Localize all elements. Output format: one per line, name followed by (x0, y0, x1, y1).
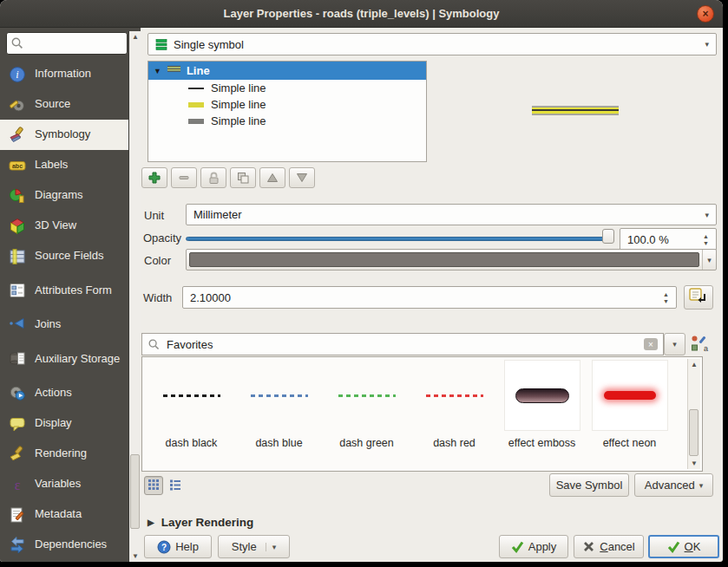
dependencies-icon (8, 537, 27, 554)
gallery-scrollbar[interactable]: ▲ ▼ (687, 359, 700, 469)
sidebar-item-information[interactable]: i Information (0, 59, 128, 89)
sidebar-item-label: Dependencies (35, 538, 107, 551)
sidebar-item-attributes-form[interactable]: Attributes Form (0, 271, 128, 310)
arrow-up-icon (266, 171, 279, 185)
spin-down-icon[interactable]: ▼ (703, 240, 709, 246)
scroll-down-icon[interactable]: ▼ (129, 551, 141, 562)
spin-up-icon[interactable]: ▲ (703, 233, 709, 239)
tree-item-simple-line-1[interactable]: Simple line (148, 80, 426, 96)
advanced-button[interactable]: Advanced ▾ (634, 473, 713, 497)
sidebar-item-display[interactable]: Display (0, 408, 128, 439)
sidebar-search-input[interactable] (6, 32, 128, 55)
scroll-up-icon[interactable]: ▲ (688, 359, 700, 370)
gallery-scrollbar-thumb[interactable] (689, 409, 698, 456)
symbol-filter-box[interactable]: Favorites × (141, 333, 664, 355)
simple-line-icon (188, 88, 204, 89)
symbol-tile-label: effect neon (603, 437, 657, 449)
spin-down-icon[interactable]: ▼ (663, 298, 669, 304)
search-icon (10, 36, 24, 50)
attributes-form-icon (8, 282, 27, 299)
tree-expand-icon[interactable]: ▼ (154, 67, 161, 75)
tree-item-simple-line-3[interactable]: Simple line (148, 113, 426, 129)
opacity-slider[interactable] (186, 237, 613, 241)
tree-item-label: Simple line (211, 114, 266, 127)
symbol-filter-dropdown-button[interactable]: ▾ (664, 333, 685, 355)
dash-symbol-preview (251, 394, 308, 397)
close-button[interactable]: × (697, 5, 714, 23)
sidebar-item-label: Information (35, 68, 91, 81)
width-spinbox[interactable]: 2.10000 ▲ ▼ (182, 286, 677, 309)
list-view-button[interactable] (166, 476, 185, 495)
opacity-slider-handle[interactable] (602, 229, 614, 244)
sidebar-item-3d-view[interactable]: 3D View (0, 211, 128, 241)
tree-item-simple-line-2[interactable]: Simple line (148, 96, 426, 113)
clear-filter-icon[interactable]: × (644, 338, 658, 350)
help-button[interactable]: ? Help (144, 535, 212, 558)
sidebar-item-variables[interactable]: ε Variables (0, 469, 128, 499)
symbol-tile-effect-emboss[interactable]: effect emboss (498, 361, 586, 458)
sidebar-item-source-fields[interactable]: Source Fields (0, 241, 128, 271)
minus-icon (177, 171, 191, 185)
sidebar-item-metadata[interactable]: Metadata (0, 499, 128, 530)
titlebar[interactable]: Layer Properties - roads (triple_levels)… (0, 0, 723, 28)
sidebar-item-joins[interactable]: Joins (0, 310, 128, 340)
diagrams-icon (8, 187, 27, 205)
move-down-button[interactable] (289, 167, 315, 188)
spin-up-icon[interactable]: ▲ (663, 291, 669, 297)
symbol-tile-label: effect emboss (508, 437, 576, 449)
sidebar-scrollbar-thumb[interactable] (130, 454, 140, 529)
sidebar-item-label: Attributes Form (35, 284, 112, 297)
ok-button[interactable]: OK (648, 535, 719, 558)
opacity-spinbox[interactable]: 100.0 % ▲ ▼ (620, 228, 717, 251)
apply-button[interactable]: Apply (499, 535, 568, 558)
unit-combobox[interactable]: Millimeter ▾ (186, 204, 717, 225)
cancel-button[interactable]: Cancel (574, 535, 644, 558)
symbol-filter-value: Favorites (167, 338, 213, 351)
scroll-down-icon[interactable]: ▼ (688, 458, 700, 469)
collapsed-arrow-icon[interactable]: ▶ (148, 518, 154, 527)
spinner-arrows[interactable]: ▲ ▼ (703, 233, 709, 246)
duplicate-icon (236, 171, 250, 185)
symbol-tile-dash-green[interactable]: dash green (323, 361, 410, 458)
symbol-tile-dash-black[interactable]: dash black (148, 361, 235, 458)
add-layer-button[interactable] (141, 167, 167, 188)
sidebar-item-auxiliary-storage[interactable]: Auxiliary Storage (0, 340, 128, 378)
remove-layer-button[interactable] (171, 167, 197, 188)
sidebar-item-dependencies[interactable]: Dependencies (0, 530, 128, 560)
style-button[interactable]: Style ▾ (218, 535, 290, 558)
sidebar-menu: i Information Source Symbology abc Label… (0, 59, 128, 560)
sidebar-item-actions[interactable]: Actions (0, 378, 128, 408)
sidebar-item-symbology[interactable]: Symbology (0, 120, 128, 150)
data-defined-override-button[interactable] (684, 285, 713, 310)
scroll-up-icon[interactable]: ▲ (129, 31, 141, 42)
tree-item-line[interactable]: ▼ Line (148, 62, 426, 80)
spinner-arrows[interactable]: ▲ ▼ (663, 291, 669, 304)
sidebar-item-diagrams[interactable]: Diagrams (0, 180, 128, 211)
sidebar-item-source[interactable]: Source (0, 89, 128, 120)
svg-text:ε: ε (15, 477, 21, 492)
symbol-tile-dash-red[interactable]: dash red (410, 361, 498, 458)
sidebar-item-labels[interactable]: abc Labels (0, 150, 128, 180)
symbol-tile-label: dash red (433, 437, 475, 449)
move-up-button[interactable] (259, 167, 285, 188)
color-button[interactable]: ▾ (186, 249, 717, 270)
sidebar-item-label: Actions (35, 387, 72, 400)
sidebar-item-label: Source Fields (35, 250, 103, 263)
joins-icon (8, 316, 27, 334)
chevron-down-icon: ▾ (672, 340, 677, 349)
layer-rendering-section[interactable]: ▶ Layer Rendering (148, 516, 253, 529)
single-symbol-icon (155, 38, 168, 51)
symbol-tile-effect-neon[interactable]: effect neon (586, 361, 673, 458)
renderer-combobox[interactable]: Single symbol ▾ (148, 33, 717, 55)
chevron-down-icon[interactable]: ▾ (702, 250, 716, 270)
advanced-label: Advanced (645, 479, 695, 492)
lock-layer-button[interactable] (200, 167, 226, 188)
icon-view-button[interactable] (144, 476, 163, 495)
sidebar-item-rendering[interactable]: Rendering (0, 439, 128, 469)
style-manager-button[interactable]: a (690, 335, 709, 354)
sidebar-item-label: Display (35, 417, 72, 430)
sidebar-scrollbar[interactable]: ▲ ▼ (128, 31, 141, 562)
save-symbol-button[interactable]: Save Symbol (549, 473, 629, 497)
duplicate-layer-button[interactable] (230, 167, 256, 188)
symbol-tile-dash-blue[interactable]: dash blue (235, 361, 323, 458)
